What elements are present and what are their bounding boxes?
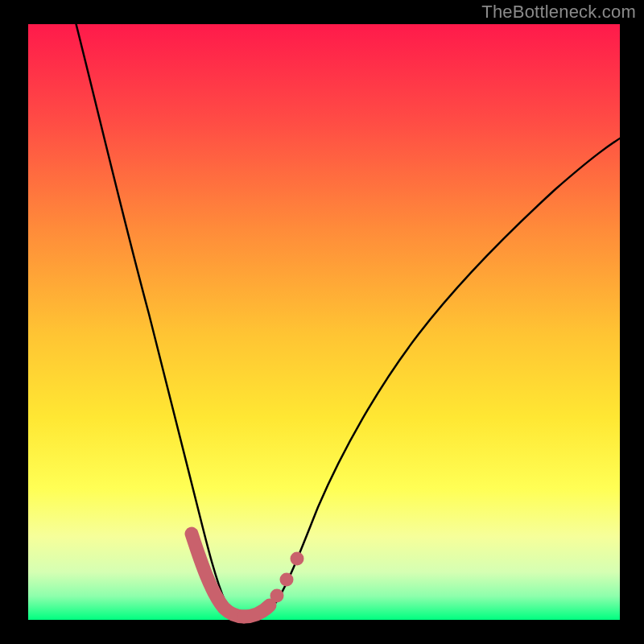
marker-dot bbox=[270, 589, 284, 603]
watermark-label: TheBottleneck.com bbox=[481, 2, 636, 23]
plot-background-gradient bbox=[28, 24, 620, 620]
marker-dot bbox=[291, 552, 304, 566]
marker-dot bbox=[280, 573, 294, 587]
bottleneck-chart bbox=[0, 0, 644, 644]
